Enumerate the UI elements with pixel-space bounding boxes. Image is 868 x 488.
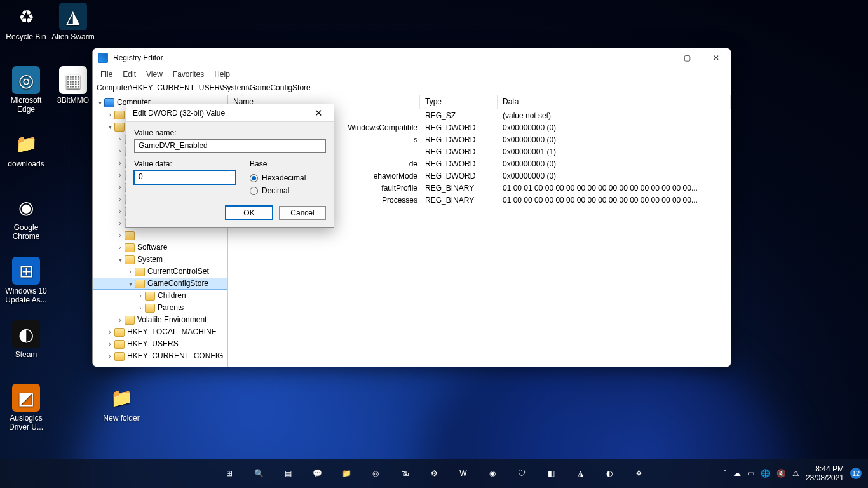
taskbar-search-button[interactable]: 🔍 [246, 461, 271, 486]
expand-icon[interactable]: › [126, 266, 135, 278]
desktop-icon-steam[interactable]: ◐Steam [3, 320, 50, 359]
taskbar-settings-button[interactable]: ⚙ [421, 461, 447, 486]
address-bar[interactable]: Computer\HKEY_CURRENT_USER\System\GameCo… [93, 81, 731, 95]
taskbar-alien-button[interactable]: ◮ [567, 461, 593, 486]
base-group-label: Base [250, 159, 326, 168]
taskbar-app-button[interactable]: ❖ [626, 461, 651, 486]
wifi-icon[interactable]: ⚠ [792, 469, 799, 478]
taskbar[interactable]: ⊞🔍▤💬📁◎🛍⚙W◉🛡◧◮◐❖ ˄ ☁ ▭ 🌐 🔇 ⚠ 8:44 PM 23/0… [0, 459, 868, 488]
tree-node[interactable]: › [93, 229, 227, 241]
taskbar-chat-button[interactable]: 💬 [304, 461, 330, 486]
expand-icon[interactable]: › [116, 145, 125, 157]
tree-node-software[interactable]: ›Software [93, 241, 227, 254]
expand-icon[interactable]: › [116, 229, 125, 241]
tree-node-hkey-local-machine[interactable]: ›HKEY_LOCAL_MACHINE [93, 326, 227, 338]
cell-type: REG_DWORD [420, 171, 498, 181]
folder-icon [145, 292, 155, 301]
taskbar-steam-button[interactable]: ◐ [597, 461, 622, 486]
taskbar-taskview-button[interactable]: ▤ [275, 461, 301, 486]
close-button[interactable]: ✕ [702, 48, 731, 67]
ok-button[interactable]: OK [226, 206, 273, 220]
language-icon[interactable]: 🌐 [761, 469, 770, 478]
value-data-input[interactable]: 0 [134, 170, 236, 184]
expand-icon[interactable]: › [136, 290, 145, 302]
tray-chevron-icon[interactable]: ˄ [723, 469, 727, 478]
icon-label: Google Chrome [3, 223, 50, 241]
tree-node-hkey-users[interactable]: ›HKEY_USERS [93, 338, 227, 350]
desktop-icon-alien-swarm[interactable]: ◮Alien Swarm [50, 3, 97, 41]
value-name-field: GameDVR_Enabled [134, 139, 326, 153]
volume-icon[interactable]: 🔇 [776, 469, 786, 478]
desktop-icon-recycle-bin[interactable]: ♻Recycle Bin [3, 3, 50, 41]
taskbar-word-button[interactable]: W [451, 461, 476, 486]
column-data[interactable]: Data [498, 95, 731, 109]
folder-icon [125, 243, 135, 252]
edge-icon: ◎ [372, 469, 379, 478]
desktop-icon-google-chrome[interactable]: ◉Google Chrome [3, 193, 50, 241]
desktop-icon-auslogics-driver-u-[interactable]: ◩Auslogics Driver U... [3, 384, 50, 431]
expand-icon[interactable]: ▾ [116, 254, 125, 266]
expand-icon[interactable]: › [116, 205, 125, 217]
menu-help[interactable]: Help [210, 69, 234, 80]
taskbar-chrome-button[interactable]: ◉ [480, 461, 505, 486]
tree-node-children[interactable]: ›Children [93, 290, 227, 302]
expand-icon[interactable]: › [116, 217, 125, 229]
menubar[interactable]: FileEditViewFavoritesHelp [93, 67, 731, 81]
minimize-button[interactable]: ─ [643, 48, 672, 67]
column-type[interactable]: Type [420, 95, 498, 109]
expand-icon[interactable]: › [116, 193, 125, 205]
radio-hexadecimal[interactable]: Hexadecimal [250, 172, 326, 184]
menu-view[interactable]: View [142, 69, 166, 80]
maximize-button[interactable]: ▢ [672, 48, 702, 67]
folder-icon [135, 268, 145, 276]
desktop-icon-new-folder[interactable]: 📁New folder [98, 384, 145, 423]
edit-dword-dialog[interactable]: Edit DWORD (32-bit) Value ✕ Value name: … [126, 104, 334, 228]
tree-label: GameConfigStore [147, 278, 208, 290]
taskbar-brave-button[interactable]: ◧ [538, 461, 564, 486]
tree-node-hkey-current-config[interactable]: ›HKEY_CURRENT_CONFIG [93, 350, 227, 362]
tree-node-currentcontrolset[interactable]: ›CurrentControlSet [93, 266, 227, 278]
taskbar-explorer-button[interactable]: 📁 [334, 461, 359, 486]
onedrive-icon[interactable]: ☁ [733, 469, 741, 478]
expand-icon[interactable]: ▾ [95, 97, 104, 109]
clock[interactable]: 8:44 PM 23/08/2021 [806, 464, 844, 482]
expand-icon[interactable]: ▾ [105, 121, 114, 133]
taskbar-store-button[interactable]: 🛍 [392, 461, 417, 486]
dialog-titlebar[interactable]: Edit DWORD (32-bit) Value ✕ [126, 104, 334, 122]
expand-icon[interactable]: › [105, 109, 114, 121]
icon-label: 8BitMMO [50, 96, 97, 105]
taskbar-start-button[interactable]: ⊞ [217, 461, 242, 486]
menu-favorites[interactable]: Favorites [169, 69, 208, 80]
expand-icon[interactable]: ▾ [126, 278, 135, 290]
desktop-icon-microsoft-edge[interactable]: ◎Microsoft Edge [3, 66, 50, 114]
expand-icon[interactable]: › [116, 241, 125, 254]
taskbar-edge-button[interactable]: ◎ [363, 461, 388, 486]
desktop[interactable]: ♻Recycle Bin◮Alien Swarm◎Microsoft Edge▦… [0, 0, 868, 488]
tree-node-parents[interactable]: ›Parents [93, 302, 227, 314]
desktop-icon-windows-10-update-as-[interactable]: ⊞Windows 10 Update As... [3, 257, 50, 304]
desktop-icon-8bitmmo[interactable]: ▦8BitMMO [50, 66, 97, 105]
expand-icon[interactable]: › [116, 314, 125, 326]
system-tray[interactable]: ˄ ☁ ▭ 🌐 🔇 ⚠ 8:44 PM 23/08/2021 12 [723, 464, 868, 482]
tree-node-gameconfigstore[interactable]: ▾GameConfigStore [93, 278, 227, 290]
cancel-button[interactable]: Cancel [279, 206, 326, 220]
expand-icon[interactable]: › [116, 157, 125, 169]
menu-edit[interactable]: Edit [119, 69, 140, 80]
taskbar-security-button[interactable]: 🛡 [509, 461, 534, 486]
expand-icon[interactable]: › [105, 350, 114, 362]
tree-node-system[interactable]: ▾System [93, 254, 227, 266]
expand-icon[interactable]: › [105, 338, 114, 350]
menu-file[interactable]: File [97, 69, 116, 80]
expand-icon[interactable]: › [116, 181, 125, 193]
expand-icon[interactable]: › [136, 302, 145, 314]
dialog-close-button[interactable]: ✕ [306, 105, 331, 121]
desktop-icon-downloads[interactable]: 📁downloads [3, 130, 50, 168]
expand-icon[interactable]: › [116, 169, 125, 181]
expand-icon[interactable]: › [116, 133, 125, 145]
notification-badge[interactable]: 12 [850, 468, 862, 479]
battery-icon[interactable]: ▭ [747, 469, 754, 478]
tree-node-volatile-environment[interactable]: ›Volatile Environment [93, 314, 227, 326]
titlebar[interactable]: Registry Editor ─ ▢ ✕ [93, 48, 731, 67]
radio-decimal[interactable]: Decimal [250, 184, 326, 197]
expand-icon[interactable]: › [105, 326, 114, 338]
